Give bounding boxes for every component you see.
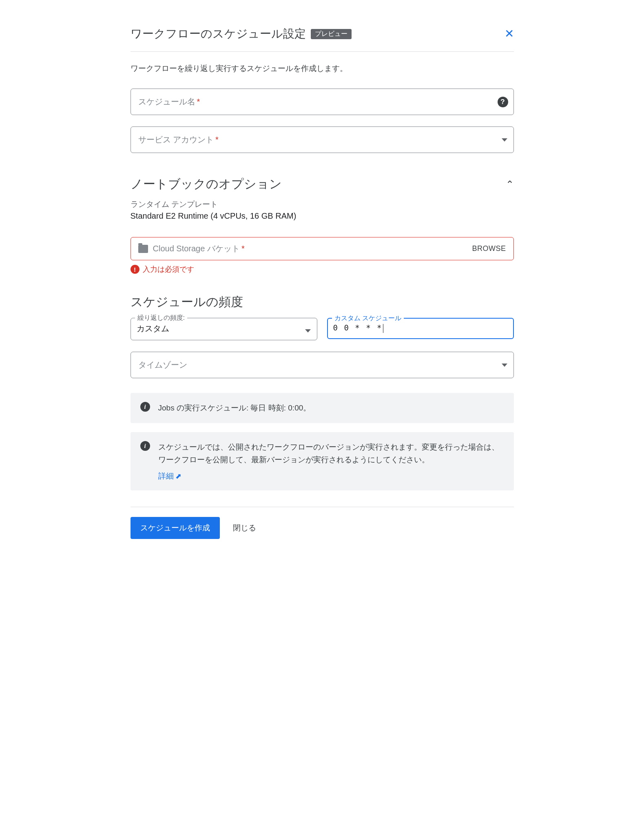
external-link-icon: ⬈ bbox=[175, 472, 181, 481]
error-icon: ! bbox=[131, 265, 139, 274]
schedule-name-placeholder: スケジュール名* bbox=[138, 97, 200, 106]
notebook-options-title: ノートブックのオプション bbox=[131, 176, 282, 193]
close-button[interactable]: 閉じる bbox=[228, 517, 261, 539]
close-icon[interactable]: ✕ bbox=[505, 28, 514, 40]
dialog-title: ワークフローのスケジュール設定 bbox=[131, 26, 306, 42]
preview-badge: プレビュー bbox=[311, 29, 352, 39]
repeat-frequency-field[interactable]: 繰り返しの頻度: カスタム bbox=[131, 318, 317, 340]
timezone-field[interactable]: タイムゾーン bbox=[131, 352, 514, 378]
chevron-down-icon bbox=[502, 138, 507, 142]
info-icon: i bbox=[140, 402, 150, 412]
schedule-summary-text: Jobs の実行スケジュール: 毎日 時刻: 0:00。 bbox=[158, 402, 311, 414]
service-account-placeholder: サービス アカウント* bbox=[138, 135, 219, 144]
schedule-dialog: ワークフローのスケジュール設定 プレビュー ✕ ワークフローを繰り返し実行するス… bbox=[131, 16, 514, 539]
chevron-up-icon[interactable]: ⌃ bbox=[506, 179, 514, 190]
create-schedule-button[interactable]: スケジュールを作成 bbox=[131, 517, 220, 539]
dialog-footer: スケジュールを作成 閉じる bbox=[131, 507, 514, 539]
runtime-template-value: Standard E2 Runtime (4 vCPUs, 16 GB RAM) bbox=[131, 211, 514, 221]
dialog-title-wrap: ワークフローのスケジュール設定 プレビュー bbox=[131, 26, 352, 42]
folder-icon bbox=[138, 245, 148, 253]
info-icon: i bbox=[140, 441, 150, 451]
storage-bucket-group: Cloud Storage バケット* BROWSE ! 入力は必須です bbox=[131, 237, 514, 274]
schedule-frequency-title: スケジュールの頻度 bbox=[131, 294, 514, 310]
service-account-field[interactable]: サービス アカウント* bbox=[131, 126, 514, 153]
storage-bucket-placeholder: Cloud Storage バケット* bbox=[153, 243, 467, 254]
chevron-down-icon bbox=[305, 329, 311, 333]
dialog-description: ワークフローを繰り返し実行するスケジュールを作成します。 bbox=[131, 63, 514, 74]
schedule-summary-info: i Jobs の実行スケジュール: 毎日 時刻: 0:00。 bbox=[131, 393, 514, 423]
storage-error-text: 入力は必須です bbox=[143, 264, 194, 274]
custom-schedule-value: 0 0 * * * bbox=[333, 322, 508, 333]
notebook-options-header[interactable]: ノートブックのオプション ⌃ bbox=[131, 176, 514, 193]
storage-bucket-field[interactable]: Cloud Storage バケット* BROWSE bbox=[131, 237, 514, 260]
chevron-down-icon bbox=[502, 364, 507, 367]
help-icon[interactable]: ? bbox=[498, 97, 508, 107]
learn-more-link[interactable]: 詳細 ⬈ bbox=[158, 471, 181, 481]
dialog-header: ワークフローのスケジュール設定 プレビュー ✕ bbox=[131, 16, 514, 52]
learn-more-label: 詳細 bbox=[158, 471, 174, 481]
version-notice-text: スケジュールでは、公開されたワークフローのバージョンが実行されます。変更を行った… bbox=[158, 441, 504, 466]
repeat-frequency-legend: 繰り返しの頻度: bbox=[135, 314, 187, 322]
storage-error-message: ! 入力は必須です bbox=[131, 264, 514, 274]
version-notice-info: i スケジュールでは、公開されたワークフローのバージョンが実行されます。変更を行… bbox=[131, 432, 514, 490]
custom-schedule-legend: カスタム スケジュール bbox=[332, 314, 404, 323]
frequency-row: 繰り返しの頻度: カスタム カスタム スケジュール 0 0 * * * bbox=[131, 318, 514, 340]
repeat-frequency-value: カスタム bbox=[137, 322, 311, 334]
runtime-template-label: ランタイム テンプレート bbox=[131, 199, 514, 210]
custom-schedule-field[interactable]: カスタム スケジュール 0 0 * * * bbox=[327, 318, 514, 340]
timezone-placeholder: タイムゾーン bbox=[138, 360, 187, 369]
browse-button[interactable]: BROWSE bbox=[472, 244, 506, 253]
schedule-name-field[interactable]: スケジュール名* ? bbox=[131, 89, 514, 115]
